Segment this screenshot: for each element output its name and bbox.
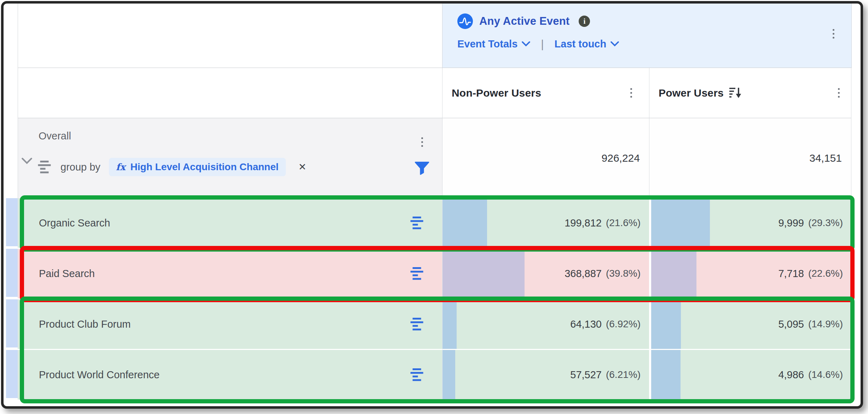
group-by-icon <box>410 318 424 330</box>
chevron-down-icon <box>522 41 530 47</box>
value-cell[interactable]: 4,986(14.6%) <box>649 350 851 401</box>
chevron-down-icon <box>611 41 619 47</box>
row-selection-strip[interactable] <box>6 249 18 297</box>
group-by-property-name: High Level Acquisition Channel <box>131 161 279 173</box>
column-menu-kebab-icon[interactable] <box>838 88 840 98</box>
column-menu-kebab-icon[interactable] <box>630 88 632 98</box>
table-row: Paid Search368,887(39.8%)7,718(22.6%) <box>4 249 861 299</box>
overall-value-power: 34,151 <box>649 118 851 198</box>
value-number: 4,986 <box>778 369 804 381</box>
value-number: 199,812 <box>565 217 602 229</box>
attribution-selector-label: Last touch <box>555 38 607 50</box>
row-gutter <box>4 299 18 350</box>
column-label: Power Users <box>659 87 724 99</box>
overall-value-non-power: 926,224 <box>442 118 649 198</box>
event-menu-kebab-icon[interactable] <box>833 29 834 39</box>
column-header-spacer <box>18 68 442 118</box>
row-group-by-icon[interactable] <box>410 318 424 330</box>
row-label-cell[interactable]: Organic Search <box>18 198 442 249</box>
value-text: 5,095(14.9%) <box>651 299 851 349</box>
table-row: Product Club Forum64,130(6.92%)5,095(14.… <box>4 299 861 350</box>
value-number: 368,887 <box>565 268 602 280</box>
filter-funnel-icon[interactable] <box>415 161 429 176</box>
overall-label: Overall <box>39 130 71 142</box>
overall-label-cell: Overall group by fx High Level Acquisiti… <box>18 118 442 198</box>
row-selection-strip[interactable] <box>6 198 18 246</box>
left-gutter <box>4 4 18 68</box>
value-cell[interactable]: 7,718(22.6%) <box>649 249 851 299</box>
group-by-icon <box>410 368 424 381</box>
value-text: 9,999(29.3%) <box>651 198 851 248</box>
group-by-icon <box>410 267 424 280</box>
sort-descending-icon[interactable] <box>729 87 743 99</box>
value-number: 7,718 <box>778 268 804 280</box>
row-label-cell[interactable]: Paid Search <box>18 249 442 299</box>
value-percent: (22.6%) <box>808 268 843 279</box>
value-percent: (6.21%) <box>606 369 641 380</box>
value-cell[interactable]: 9,999(29.3%) <box>649 198 851 249</box>
row-gutter <box>4 198 18 249</box>
value-percent: (21.6%) <box>606 217 641 229</box>
overall-value: 926,224 <box>602 152 640 164</box>
row-group-by-icon[interactable] <box>410 267 424 280</box>
attribution-selector[interactable]: Last touch <box>555 38 619 50</box>
value-percent: (39.8%) <box>606 268 641 279</box>
overall-value: 34,151 <box>809 152 842 164</box>
row-group-by-icon[interactable] <box>410 368 424 381</box>
group-by-icon <box>38 161 52 173</box>
collapse-chevron-icon[interactable] <box>22 158 32 165</box>
row-label-cell[interactable]: Product World Conference <box>18 350 442 401</box>
column-label: Non-Power Users <box>452 87 541 99</box>
row-label: Product World Conference <box>39 369 160 381</box>
value-number: 64,130 <box>570 318 602 330</box>
selector-divider: | <box>537 38 547 51</box>
group-by-line: group by fx High Level Acquisition Chann… <box>38 158 306 176</box>
group-by-label: group by <box>60 161 100 173</box>
column-header-row: Non-Power Users Power Users <box>4 68 861 118</box>
value-text: 4,986(14.6%) <box>651 350 851 399</box>
group-by-icon <box>410 217 424 229</box>
metric-selector-label: Event Totals <box>457 38 517 50</box>
value-cell[interactable]: 5,095(14.9%) <box>649 299 851 350</box>
value-cell[interactable]: 368,887(39.8%) <box>442 249 649 299</box>
row-label-cell[interactable]: Product Club Forum <box>18 299 442 350</box>
formula-fx-icon: fx <box>116 162 126 172</box>
row-label: Organic Search <box>39 217 110 229</box>
event-title[interactable]: Any Active Event <box>479 15 569 28</box>
row-group-by-icon[interactable] <box>410 217 424 229</box>
row-gutter <box>4 350 18 401</box>
row-selection-strip[interactable] <box>6 350 18 398</box>
row-label: Product Club Forum <box>39 318 131 330</box>
value-text: 64,130(6.92%) <box>442 299 649 349</box>
value-cell[interactable]: 199,812(21.6%) <box>442 198 649 249</box>
group-by-property-chip[interactable]: fx High Level Acquisition Channel <box>109 158 286 176</box>
value-cell[interactable]: 57,527(6.21%) <box>442 350 649 401</box>
event-header-card: Any Active Event Event Totals | Last tou… <box>442 4 852 68</box>
value-text: 368,887(39.8%) <box>442 249 649 298</box>
value-text: 199,812(21.6%) <box>442 198 649 248</box>
metric-selector[interactable]: Event Totals <box>457 38 530 50</box>
amplitude-logo-icon <box>457 13 473 29</box>
value-percent: (14.6%) <box>808 369 843 380</box>
info-icon[interactable] <box>579 16 590 27</box>
value-cell[interactable]: 64,130(6.92%) <box>442 299 649 350</box>
value-text: 57,527(6.21%) <box>442 350 649 399</box>
column-header-non-power-users[interactable]: Non-Power Users <box>442 68 649 118</box>
value-number: 9,999 <box>778 217 804 229</box>
value-text: 7,718(22.6%) <box>651 249 851 298</box>
data-rows: Organic Search199,812(21.6%)9,999(29.3%)… <box>4 198 861 401</box>
row-selection-strip[interactable] <box>6 299 18 347</box>
row-gutter <box>4 249 18 299</box>
analytics-table-frame: Any Active Event Event Totals | Last tou… <box>1 1 863 409</box>
value-number: 57,527 <box>570 369 602 381</box>
event-selectors: Event Totals | Last touch <box>457 38 619 51</box>
column-header-power-users[interactable]: Power Users <box>649 68 851 118</box>
value-number: 5,095 <box>778 318 804 330</box>
overall-menu-kebab-icon[interactable] <box>421 137 423 147</box>
event-header-row: Any Active Event Event Totals | Last tou… <box>4 4 861 68</box>
table-row: Product World Conference57,527(6.21%)4,9… <box>4 350 861 401</box>
table-row: Organic Search199,812(21.6%)9,999(29.3%) <box>4 198 861 249</box>
value-percent: (14.9%) <box>808 318 843 330</box>
overall-row: Overall group by fx High Level Acquisiti… <box>4 118 861 198</box>
remove-group-by-icon[interactable]: ✕ <box>299 161 307 173</box>
